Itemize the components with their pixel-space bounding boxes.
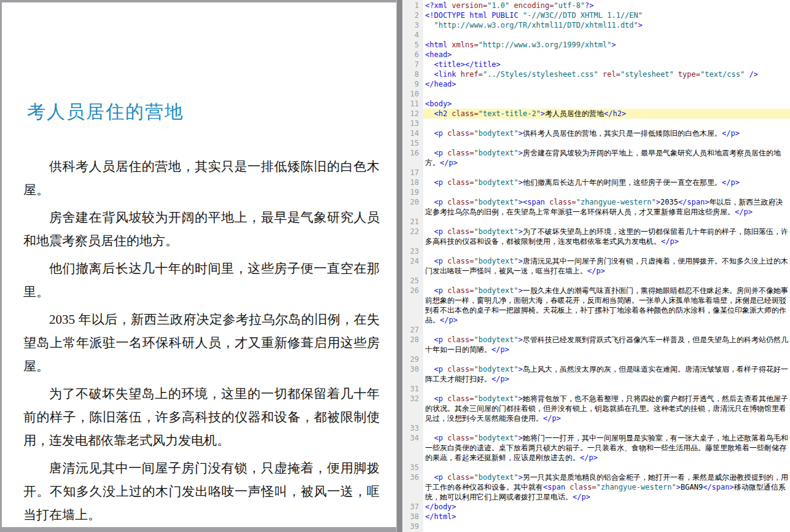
code-line[interactable]: 3 "http://www.w3.org/TR/xhtml11/DTD/xhtm…	[402, 20, 790, 30]
code-line[interactable]: 33	[402, 423, 790, 433]
code-line[interactable]: 17	[402, 168, 790, 178]
code-text[interactable]: <link href="../Styles/stylesheet.css" re…	[423, 69, 790, 79]
code-line[interactable]: 18 <p class="bodytext">他们撤离后长达几十年的时间里，这些…	[402, 178, 790, 187]
code-text[interactable]	[423, 522, 790, 531]
line-number: 4	[402, 30, 423, 40]
line-number: 26	[402, 286, 423, 325]
line-number: 35	[402, 463, 423, 472]
preview-paragraph: 为了不破坏失望岛上的环境，这里的一切都保留着几十年前的样子，陈旧落伍，许多高科技…	[23, 382, 380, 452]
code-line[interactable]: 2<!DOCTYPE html PUBLIC "-//W3C//DTD XHTM…	[402, 10, 790, 20]
code-text[interactable]: <p class="bodytext">一股久未住人的潮霉气味直扑面门，熏得她眼…	[423, 286, 790, 325]
code-text[interactable]: <p class="bodytext"><span class="zhangyu…	[423, 197, 790, 217]
code-line[interactable]: 37</body>	[402, 502, 790, 512]
code-text[interactable]: <body>	[423, 99, 790, 109]
code-text[interactable]: <p class="bodytext">她将门一一打开，其中一间屋明显是实验室，…	[423, 433, 790, 463]
code-line[interactable]: 36 <p class="bodytext">另一只其实是质地精良的铝合金柜子，…	[402, 472, 790, 502]
code-line[interactable]: 38</html>	[402, 512, 790, 522]
code-line[interactable]: 14 <p class="bodytext">供科考人员居住的营地，其实只是一排…	[402, 128, 790, 138]
code-line[interactable]: 34 <p class="bodytext">她将门一一打开，其中一间屋明显是实…	[402, 433, 790, 463]
code-text[interactable]	[423, 187, 790, 197]
code-text[interactable]: </body>	[423, 502, 790, 512]
code-text[interactable]: <html xmlns="http://www.w3.org/1999/xhtm…	[423, 40, 790, 50]
page-body-text: 供科考人员居住的营地，其实只是一排低矮陈旧的白色木屋。房舍建在背风坡较为开阔的平…	[23, 155, 380, 527]
code-text[interactable]: </head>	[423, 79, 790, 89]
code-text[interactable]: <?xml version="1.0" encoding="utf-8"?>	[423, 1, 790, 10]
line-number: 17	[402, 168, 423, 178]
code-text[interactable]	[423, 423, 790, 433]
code-line[interactable]: 12 <h2 class="text-title-2">考人员居住的营地</h2…	[402, 109, 790, 119]
page-title: 考人员居住的营地	[27, 101, 380, 123]
code-text[interactable]: <p class="bodytext">唐清沅见其中一间屋子房门没有锁，只虚掩着…	[423, 256, 790, 276]
line-number: 19	[402, 187, 423, 197]
code-line[interactable]: 16 <p class="bodytext">房舍建在背风坡较为开阔的平地上，最…	[402, 148, 790, 168]
code-line[interactable]: 31	[402, 384, 790, 394]
code-line[interactable]: 19	[402, 187, 790, 197]
line-number: 30	[402, 364, 423, 384]
code-text[interactable]: </html>	[423, 512, 790, 522]
code-line[interactable]: 35	[402, 463, 790, 472]
code-line[interactable]: 6<head>	[402, 50, 790, 60]
code-text[interactable]: <p class="bodytext">供科考人员居住的营地，其实只是一排低矮陈…	[423, 128, 790, 138]
code-text[interactable]: "http://www.w3.org/TR/xhtml11/DTD/xhtml1…	[423, 20, 790, 30]
code-text[interactable]	[423, 463, 790, 472]
code-line[interactable]: 27	[402, 325, 790, 335]
code-line[interactable]: 7 <title></title>	[402, 60, 790, 69]
code-line[interactable]: 24 <p class="bodytext">唐清沅见其中一间屋子房门没有锁，只…	[402, 256, 790, 276]
code-text[interactable]	[423, 384, 790, 394]
code-text[interactable]	[423, 119, 790, 128]
code-line[interactable]: 22 <p class="bodytext">为了不破坏失望岛上的环境，这里的一…	[402, 227, 790, 246]
code-text[interactable]: <head>	[423, 50, 790, 60]
code-text[interactable]	[423, 276, 790, 286]
code-line[interactable]: 20 <p class="bodytext"><span class="zhan…	[402, 197, 790, 217]
line-number: 15	[402, 138, 423, 148]
line-number: 11	[402, 99, 423, 109]
code-line[interactable]: 8 <link href="../Styles/stylesheet.css" …	[402, 69, 790, 79]
line-number: 6	[402, 50, 423, 60]
code-text[interactable]	[423, 354, 790, 364]
code-text[interactable]	[423, 217, 790, 227]
pane-splitter-handle[interactable]	[396, 0, 402, 532]
code-text[interactable]	[423, 168, 790, 178]
code-lines[interactable]: 1<?xml version="1.0" encoding="utf-8"?>2…	[402, 0, 790, 531]
code-line[interactable]: 9</head>	[402, 79, 790, 89]
line-number: 9	[402, 79, 423, 89]
code-line[interactable]: 11<body>	[402, 99, 790, 109]
line-number: 14	[402, 128, 423, 138]
code-line[interactable]: 26 <p class="bodytext">一股久未住人的潮霉气味直扑面门，熏…	[402, 286, 790, 325]
code-text[interactable]: <p class="bodytext">尽管科技已经发展到背跃式飞行器像汽车一样…	[423, 335, 790, 354]
code-text[interactable]: <title></title>	[423, 60, 790, 69]
code-line[interactable]: 23	[402, 246, 790, 256]
line-number: 23	[402, 246, 423, 256]
line-number: 3	[402, 20, 423, 30]
code-text[interactable]	[423, 325, 790, 335]
code-text[interactable]: <p class="bodytext">她将背包放下，也不急着整理，只将四处的窗…	[423, 394, 790, 423]
code-text[interactable]	[423, 138, 790, 148]
line-number: 8	[402, 69, 423, 79]
code-editor-pane[interactable]: 1<?xml version="1.0" encoding="utf-8"?>2…	[402, 0, 790, 532]
code-text[interactable]: <!DOCTYPE html PUBLIC "-//W3C//DTD XHTML…	[423, 10, 790, 20]
code-text[interactable]: <p class="bodytext">为了不破坏失望岛上的环境，这里的一切都保…	[423, 227, 790, 246]
code-text[interactable]: <p class="bodytext">房舍建在背风坡较为开阔的平地上，最早是气…	[423, 148, 790, 168]
code-text[interactable]: <h2 class="text-title-2">考人员居住的营地</h2>	[423, 109, 790, 119]
code-line[interactable]: 13	[402, 119, 790, 128]
code-text[interactable]: <p class="bodytext">另一只其实是质地精良的铝合金柜子，她打开…	[423, 472, 790, 502]
code-text[interactable]	[423, 246, 790, 256]
code-line[interactable]: 5<html xmlns="http://www.w3.org/1999/xht…	[402, 40, 790, 50]
code-line[interactable]: 21	[402, 217, 790, 227]
code-line[interactable]: 4	[402, 30, 790, 40]
code-line[interactable]: 39	[402, 522, 790, 531]
line-number: 37	[402, 502, 423, 512]
code-line[interactable]: 1<?xml version="1.0" encoding="utf-8"?>	[402, 1, 790, 10]
code-line[interactable]: 25	[402, 276, 790, 286]
line-number: 39	[402, 522, 423, 531]
code-line[interactable]: 30 <p class="bodytext">岛上风大，虽然没太厚的灰，但是味道…	[402, 364, 790, 384]
code-text[interactable]: <p class="bodytext">岛上风大，虽然没太厚的灰，但是味道实在难…	[423, 364, 790, 384]
code-line[interactable]: 29	[402, 354, 790, 364]
code-line[interactable]: 15	[402, 138, 790, 148]
code-text[interactable]: <p class="bodytext">他们撤离后长达几十年的时间里，这些房子便…	[423, 178, 790, 187]
code-text[interactable]	[423, 89, 790, 99]
code-line[interactable]: 10	[402, 89, 790, 99]
code-line[interactable]: 32 <p class="bodytext">她将背包放下，也不急着整理，只将四…	[402, 394, 790, 423]
code-text[interactable]	[423, 30, 790, 40]
code-line[interactable]: 28 <p class="bodytext">尽管科技已经发展到背跃式飞行器像汽…	[402, 335, 790, 354]
